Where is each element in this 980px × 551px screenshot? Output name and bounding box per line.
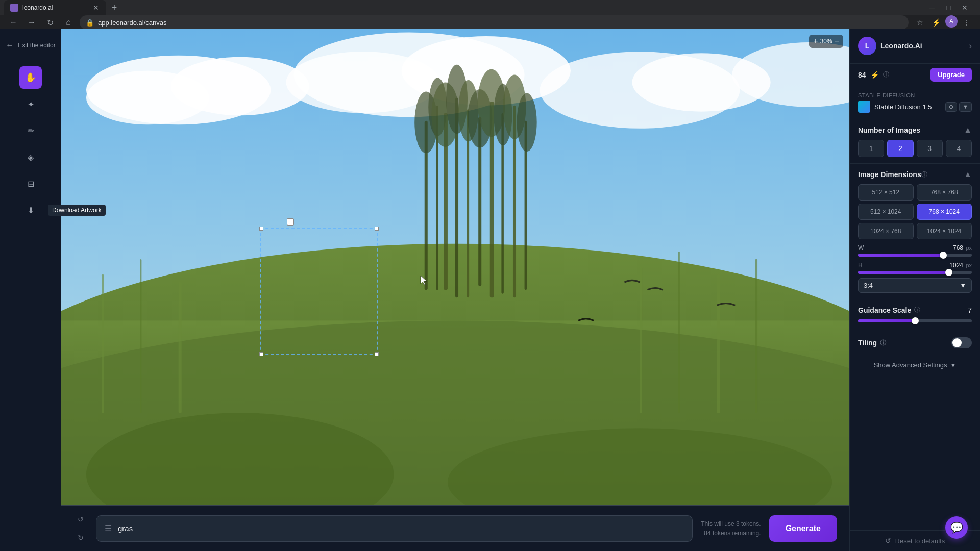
canvas-view[interactable]: + 30% − [61, 29, 849, 505]
upgrade-button[interactable]: Upgrade [930, 68, 972, 82]
brush-icon: ✏ [28, 126, 34, 136]
tab-bar: leonardo.ai ✕ + ─ □ ✕ [0, 0, 980, 15]
aspect-ratio-value: 3:4 [864, 282, 873, 289]
num-images-1-button[interactable]: 1 [858, 140, 884, 157]
profile-icon[interactable]: A [945, 15, 958, 28]
bookmark-icon[interactable]: ☆ [913, 15, 927, 30]
dimensions-info-icon[interactable]: ⓘ [921, 170, 927, 179]
back-button[interactable]: ← [6, 15, 20, 30]
height-slider-track [858, 271, 972, 274]
dim-512x1024-button[interactable]: 512 × 1024 [858, 204, 914, 220]
guidance-slider-row [858, 319, 972, 322]
chat-bubble-button[interactable]: 💬 [945, 516, 968, 539]
dimensions-section: Image Dimensions ⓘ ▲ 512 × 512 768 × 768… [850, 164, 980, 299]
model-expand-button[interactable]: ▼ [959, 102, 972, 112]
download-tool-button[interactable]: ⬇ Download Artwork [19, 199, 42, 221]
token-info-icon[interactable]: ⓘ [883, 70, 889, 79]
dim-768x1024-button[interactable]: 768 × 1024 [917, 204, 972, 220]
avatar: L [858, 37, 876, 55]
num-images-3-button[interactable]: 3 [917, 140, 943, 157]
dim-1024x1024-button[interactable]: 1024 × 1024 [917, 223, 972, 239]
forward-button[interactable]: → [24, 15, 39, 30]
exit-editor-button[interactable]: ← Exit the editor [0, 37, 61, 54]
tab-close-button[interactable]: ✕ [92, 4, 100, 12]
model-section-label: Stable Diffusion [858, 92, 972, 98]
guidance-slider-thumb[interactable] [912, 317, 919, 324]
num-images-collapse-icon[interactable]: ▲ [964, 126, 972, 135]
nav-bar: ← → ↻ ⌂ 🔒 app.leonardo.ai/canvas ☆ ⚡ A ⋮ [0, 15, 980, 30]
home-button[interactable]: ⌂ [61, 15, 76, 30]
token-icon: ⚡ [870, 71, 879, 79]
tiling-info-icon[interactable]: ⓘ [880, 339, 886, 347]
model-section: Stable Diffusion Stable Diffusion 1.5 ⊕ … [850, 86, 980, 119]
svg-rect-33 [102, 274, 104, 413]
minimize-button[interactable]: ─ [925, 1, 939, 15]
hand-tool-button[interactable]: ✋ [19, 66, 42, 89]
browser-chrome: leonardo.ai ✕ + ─ □ ✕ ← → ↻ ⌂ 🔒 app.leon… [0, 0, 980, 29]
model-copy-button[interactable]: ⊕ [945, 102, 957, 112]
token-count: 84 [858, 71, 866, 79]
prompt-input[interactable] [118, 524, 684, 533]
height-slider-fill [858, 271, 949, 274]
gallery-icon: ⊟ [28, 179, 34, 189]
model-actions: ⊕ ▼ [945, 102, 972, 112]
dim-768x768-button[interactable]: 768 × 768 [917, 184, 972, 201]
svg-rect-38 [717, 274, 720, 413]
dim-512x512-button[interactable]: 512 × 512 [858, 184, 914, 201]
guidance-title: Guidance Scale [858, 306, 911, 314]
new-tab-button[interactable]: + [108, 2, 120, 14]
prompt-area: ↺ ↻ ☰ This will use 3 tokens. 84 tokens … [61, 505, 849, 551]
select-tool-button[interactable]: ✦ [19, 93, 42, 115]
aspect-row: 3:4 ▼ [858, 278, 972, 293]
height-value: 1024 px [949, 262, 972, 269]
zoom-out-button[interactable]: − [835, 37, 839, 46]
width-slider-fill [858, 254, 943, 257]
dimensions-collapse-icon[interactable]: ▲ [964, 170, 972, 179]
token-info-line2: 84 tokens remaining. [701, 529, 761, 538]
generate-button[interactable]: Generate [769, 515, 837, 542]
reset-icon: ↺ [885, 537, 891, 545]
guidance-slider-track [858, 319, 972, 322]
prompt-input-wrap[interactable]: ☰ [96, 515, 693, 542]
zoom-in-button[interactable]: + [813, 37, 818, 46]
gallery-tool-button[interactable]: ⊟ [19, 172, 42, 195]
redo-button[interactable]: ↻ [74, 531, 88, 545]
tiling-toggle[interactable] [951, 337, 972, 348]
active-tab[interactable]: leonardo.ai ✕ [4, 0, 106, 15]
height-slider-thumb[interactable] [945, 269, 952, 276]
width-slider-thumb[interactable] [940, 252, 947, 259]
advanced-settings-button[interactable]: Show Advanced Settings ▼ [850, 355, 980, 375]
close-window-button[interactable]: ✕ [958, 1, 972, 15]
maximize-button[interactable]: □ [941, 1, 955, 15]
chat-bubble-icon: 💬 [950, 521, 963, 534]
guidance-info-icon[interactable]: ⓘ [914, 306, 920, 314]
brush-tool-button[interactable]: ✏ [19, 119, 42, 142]
model-name: Stable Diffusion 1.5 [874, 103, 941, 111]
reload-button[interactable]: ↻ [43, 15, 57, 30]
tiling-row: Tiling ⓘ [858, 337, 972, 348]
tiling-section: Tiling ⓘ [850, 331, 980, 355]
eraser-tool-button[interactable]: ◈ [19, 146, 42, 168]
num-images-4-button[interactable]: 4 [946, 140, 972, 157]
username: Leonardo.Ai [880, 42, 922, 50]
more-options-icon[interactable]: ⋮ [960, 15, 974, 30]
tiling-toggle-knob [952, 338, 962, 347]
num-images-title: Number of Images [858, 126, 920, 134]
svg-rect-35 [179, 282, 182, 413]
panel-header: L Leonardo.Ai › [850, 29, 980, 64]
canvas-image [61, 29, 849, 505]
num-images-2-button[interactable]: 2 [887, 140, 913, 157]
model-icon [858, 101, 870, 113]
panel-toggle-button[interactable]: › [969, 41, 972, 52]
extensions-icon[interactable]: ⚡ [929, 15, 943, 30]
aspect-ratio-select[interactable]: 3:4 ▼ [858, 278, 972, 293]
undo-button[interactable]: ↺ [74, 512, 88, 527]
canvas-area[interactable]: + 30% − ↺ ↻ ☰ This wi [61, 29, 849, 551]
user-info: L Leonardo.Ai [858, 37, 922, 55]
dim-1024x768-button[interactable]: 1024 × 768 [858, 223, 914, 239]
zoom-control[interactable]: + 30% − [809, 35, 843, 48]
nav-icons: ☆ ⚡ A ⋮ [913, 15, 974, 30]
address-bar[interactable]: 🔒 app.leonardo.ai/canvas [80, 15, 909, 30]
guidance-value: 7 [968, 306, 972, 314]
select-icon: ✦ [28, 99, 34, 109]
